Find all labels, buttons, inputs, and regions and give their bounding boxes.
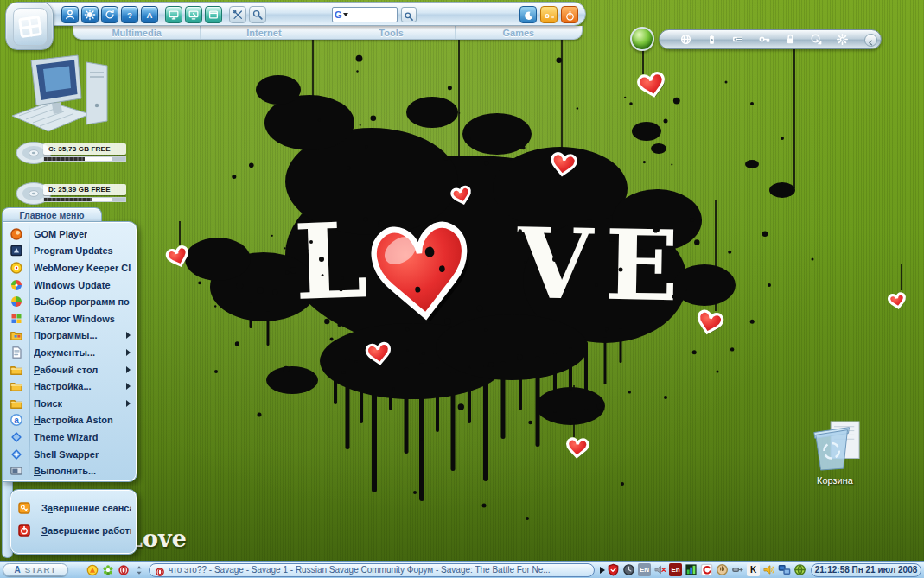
windows-update-icon — [10, 278, 23, 292]
window-icon-group — [165, 6, 222, 23]
menu-item[interactable]: GOM Player — [3, 225, 137, 243]
search-box[interactable]: G — [332, 7, 398, 22]
windows-catalog-icon — [10, 312, 23, 326]
tab-internet[interactable]: Internet — [200, 26, 327, 39]
task-button-title: что это?? - Savage - Savage 1 - Russian … — [169, 565, 551, 575]
search-input[interactable] — [348, 9, 395, 21]
battery-icon[interactable] — [705, 33, 718, 46]
menu-item[interactable]: Завершение сеанса и... — [10, 497, 137, 519]
icq-flower-icon[interactable] — [102, 564, 114, 576]
menu-item[interactable]: Shell Swapper — [3, 446, 137, 463]
google-engine-icon[interactable]: G — [335, 10, 342, 20]
antivirus-shield-icon[interactable] — [607, 563, 620, 576]
menu-item[interactable]: Program Updates — [3, 243, 137, 260]
gear-icon[interactable] — [836, 33, 849, 46]
side-panel-orb-button[interactable] — [630, 27, 654, 51]
network-monitor-icon[interactable] — [685, 563, 698, 576]
tray-clock[interactable]: 21:12:58 Пн 21 июл 2008 — [811, 563, 921, 577]
menu-item-label: Поиск — [34, 398, 62, 409]
sun-icon[interactable] — [81, 6, 99, 23]
standby-button[interactable] — [519, 6, 537, 23]
menu-item-label: Настройка Aston — [34, 415, 113, 425]
aston-icon: a — [10, 413, 23, 427]
svg-text:?: ? — [127, 10, 132, 20]
menu-item[interactable]: Рабочий стол — [3, 361, 137, 378]
opera-icon[interactable] — [118, 564, 130, 576]
download-manager-icon[interactable] — [700, 563, 713, 576]
browser-globe-icon[interactable] — [810, 33, 823, 46]
help-icon[interactable]: ? — [121, 6, 138, 23]
disk-widget-d[interactable]: D: 25,39 GB FREE — [3, 182, 126, 205]
tool-icon-group — [229, 6, 266, 23]
start-button[interactable]: A START — [3, 563, 68, 576]
aston-main-button[interactable] — [5, 2, 54, 50]
tab-games[interactable]: Games — [455, 26, 582, 39]
submenu-arrow-icon — [126, 383, 131, 390]
logoff-button[interactable] — [540, 6, 558, 23]
aston-a-icon[interactable]: A — [141, 6, 158, 23]
collapse-chevron-icon[interactable] — [864, 34, 877, 47]
menu-item-label: Программы... — [34, 330, 98, 340]
network-connection-icon[interactable] — [778, 563, 791, 576]
magnifier-icon[interactable] — [249, 6, 266, 23]
volume-icon[interactable] — [762, 563, 775, 576]
lock-icon[interactable] — [784, 33, 797, 46]
menu-item-label: Выбор программ по у... — [34, 296, 131, 307]
display-cursor-icon[interactable] — [185, 6, 202, 23]
menu-item[interactable]: Документы... — [3, 344, 137, 361]
menu-item[interactable]: Каталог Windows — [3, 310, 137, 327]
kaspersky-icon[interactable]: K — [747, 563, 760, 576]
muted-sound-icon[interactable] — [653, 563, 666, 576]
connection-icon[interactable] — [731, 563, 744, 576]
mouse-utility-icon[interactable] — [716, 563, 729, 576]
display-icon[interactable] — [165, 6, 182, 23]
aston-quick-icon[interactable] — [86, 564, 99, 576]
user-icon[interactable] — [61, 6, 79, 23]
task-overflow-arrow-icon[interactable] — [600, 567, 605, 574]
key-icon[interactable] — [758, 33, 771, 46]
scroll-arrows-icon[interactable] — [133, 564, 145, 576]
shutdown-button[interactable] — [561, 6, 578, 23]
card-reader-icon[interactable] — [731, 33, 744, 46]
tab-multimedia[interactable]: Multimedia — [73, 26, 200, 39]
menu-item-label: Рабочий стол — [34, 365, 98, 375]
my-computer-icon[interactable] — [5, 52, 119, 142]
punto-switcher-indicator[interactable]: En — [669, 563, 682, 576]
menu-item-label: Theme Wizard — [34, 432, 98, 442]
refresh-icon[interactable] — [101, 6, 118, 23]
menu-item-label: Настройка... — [34, 381, 92, 391]
search-go-button[interactable] — [401, 7, 417, 22]
start-menu-footer-panel: Завершение сеанса и...Завершение работы.… — [10, 489, 137, 555]
menu-item[interactable]: Программы... — [3, 327, 137, 345]
documents-icon — [10, 346, 23, 359]
opera-icon — [155, 565, 165, 575]
tools-icon[interactable] — [229, 6, 246, 23]
menu-item[interactable]: Theme Wizard — [3, 429, 137, 446]
menu-item[interactable]: Выполнить... — [3, 462, 137, 480]
category-tab-row: MultimediaInternetToolsGames — [73, 26, 583, 40]
menu-item[interactable]: aНастройка Aston — [3, 412, 137, 429]
menu-item-label: Shell Swapper — [34, 449, 99, 460]
submenu-arrow-icon — [126, 332, 131, 339]
wallpaper-letter-L: L — [292, 199, 369, 323]
recycle-bin-icon[interactable]: Корзина — [802, 420, 868, 489]
start-menu: Главное меню GOM PlayerProgram UpdatesWe… — [2, 207, 138, 560]
window-icon[interactable] — [205, 6, 222, 23]
start-menu-title: Главное меню — [2, 207, 102, 222]
globe-icon[interactable] — [679, 33, 692, 46]
language-indicator[interactable]: EN — [638, 563, 651, 576]
power-button-group — [519, 6, 578, 23]
menu-item[interactable]: Выбор программ по у... — [3, 293, 137, 310]
recycle-bin-label: Корзина — [802, 475, 868, 486]
menu-item[interactable]: Windows Update — [3, 276, 137, 294]
utility-clock-icon[interactable] — [622, 563, 635, 576]
menu-item[interactable]: Настройка... — [3, 378, 137, 395]
menu-item[interactable]: Завершение работы... — [10, 519, 137, 542]
menu-item[interactable]: WebMoney Keeper Cla... — [3, 259, 137, 276]
tab-tools[interactable]: Tools — [328, 26, 455, 39]
program-access-icon — [10, 295, 23, 308]
web-globe-icon[interactable] — [793, 563, 806, 576]
disk-widget-c[interactable]: C: 35,73 GB FREE — [3, 142, 126, 164]
menu-item[interactable]: Поиск — [3, 395, 137, 412]
task-button-opera[interactable]: что это?? - Savage - Savage 1 - Russian … — [149, 563, 595, 577]
